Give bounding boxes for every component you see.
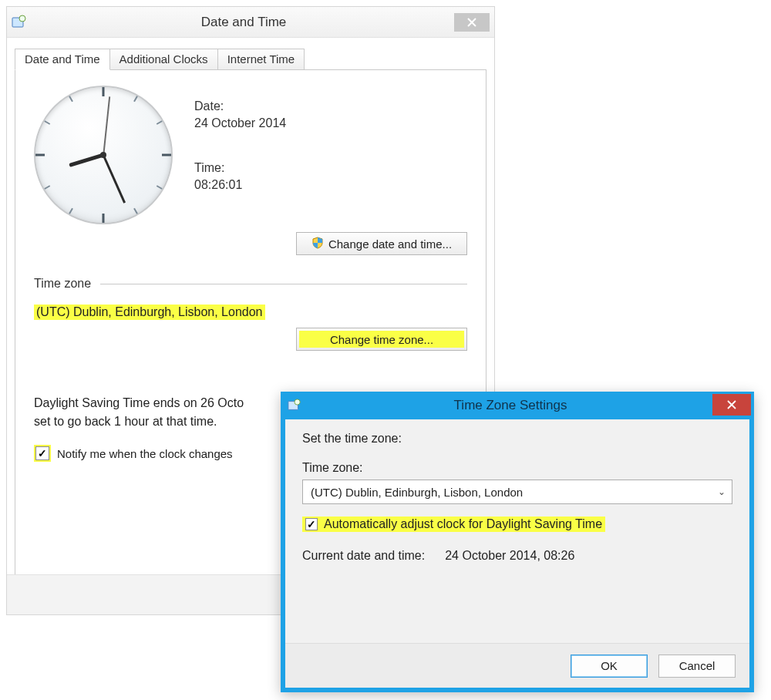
set-timezone-heading: Set the time zone:	[302, 432, 732, 446]
dialog-title: Time Zone Settings	[308, 398, 712, 413]
change-date-time-button[interactable]: Change date and time...	[296, 232, 467, 255]
timezone-combobox[interactable]: (UTC) Dublin, Edinburgh, Lisbon, London …	[302, 480, 732, 504]
dialog-titlebar[interactable]: Date and Time	[7, 7, 494, 38]
timezone-selected-value: (UTC) Dublin, Edinburgh, Lisbon, London	[311, 486, 523, 499]
svg-point-3	[295, 399, 300, 405]
analog-clock-icon	[34, 86, 173, 224]
change-time-zone-label: Change time zone...	[330, 333, 433, 346]
dialog-titlebar[interactable]: Time Zone Settings	[281, 392, 754, 419]
date-label: Date:	[194, 99, 286, 113]
current-datetime-value: 24 October 2014, 08:26	[445, 549, 574, 563]
clock-minute-hand	[103, 154, 126, 203]
uac-shield-icon	[311, 237, 324, 251]
timezone-value: (UTC) Dublin, Edinburgh, Lisbon, London	[34, 305, 265, 320]
cancel-button[interactable]: Cancel	[658, 655, 736, 678]
close-button[interactable]	[712, 394, 751, 416]
time-zone-settings-dialog: Time Zone Settings Set the time zone: Ti…	[281, 392, 754, 692]
change-date-time-label: Change date and time...	[328, 237, 452, 251]
tab-strip: Date and Time Additional Clocks Internet…	[15, 49, 494, 70]
clock-second-hand	[103, 96, 109, 155]
ok-button[interactable]: OK	[571, 655, 648, 678]
auto-dst-checkbox[interactable]	[305, 518, 318, 530]
dialog-footer: OK Cancel	[285, 643, 749, 688]
clock-hour-hand	[69, 153, 103, 167]
timezone-label: Time zone:	[302, 461, 732, 475]
clock-settings-icon	[287, 399, 302, 412]
svg-point-1	[19, 15, 25, 22]
timezone-section-label: Time zone	[34, 277, 91, 291]
date-value: 24 October 2014	[194, 116, 286, 130]
tab-additional-clocks[interactable]: Additional Clocks	[109, 49, 218, 70]
auto-dst-label: Automatically adjust clock for Daylight …	[324, 517, 602, 531]
close-button[interactable]	[454, 13, 490, 32]
time-label: Time:	[194, 161, 286, 175]
notify-clock-changes-label: Notify me when the clock changes	[57, 447, 233, 460]
notify-clock-changes-checkbox[interactable]	[35, 446, 49, 460]
change-time-zone-button[interactable]: Change time zone...	[296, 328, 467, 351]
current-datetime-label: Current date and time:	[302, 549, 425, 563]
chevron-down-icon: ⌄	[718, 486, 726, 497]
tab-date-and-time[interactable]: Date and Time	[15, 49, 110, 70]
clock-settings-icon	[12, 15, 27, 29]
time-value: 08:26:01	[194, 178, 286, 192]
tab-internet-time[interactable]: Internet Time	[217, 49, 305, 70]
dialog-title: Date and Time	[33, 15, 454, 30]
separator	[100, 284, 467, 284]
